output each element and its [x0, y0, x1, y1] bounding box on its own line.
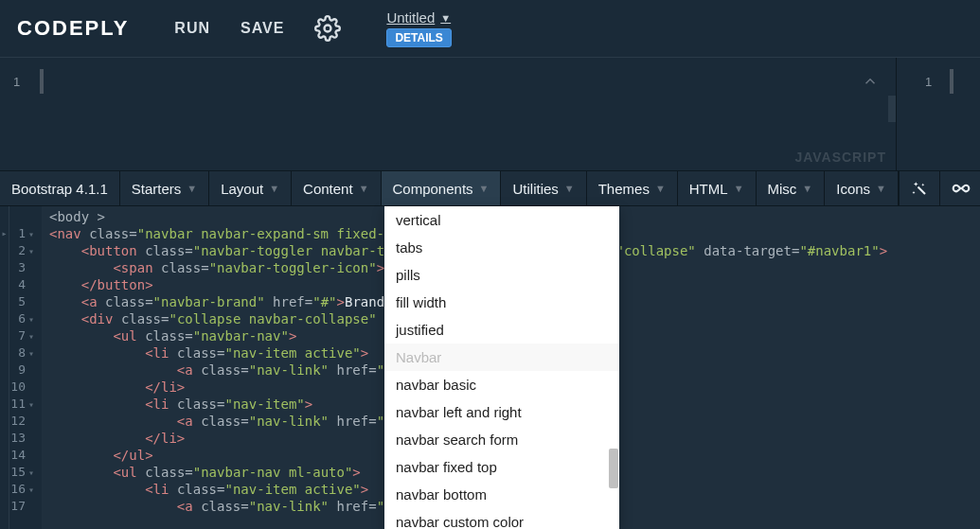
line-number: 2▾	[9, 242, 34, 259]
components-dropdown: verticaltabspillsfill widthjustifiedNavb…	[384, 206, 619, 529]
settings-button[interactable]	[314, 15, 341, 42]
toolbar-item-label: Starters	[132, 181, 182, 197]
dropdown-item[interactable]: navbar search form	[384, 426, 619, 453]
details-button[interactable]: DETAILS	[386, 28, 451, 47]
toolbar-item-label: Misc	[768, 181, 797, 197]
chevron-down-icon: ▼	[802, 183, 812, 194]
toolbar-item-components[interactable]: Components▼	[382, 171, 502, 205]
css-editor-pane[interactable]: 1 JAVASCRIPT	[0, 58, 897, 170]
line-number: 4	[9, 276, 34, 293]
toolbar-item-label: HTML	[689, 181, 728, 197]
toolbar-item-content[interactable]: Content▼	[292, 171, 381, 205]
dropdown-item[interactable]: tabs	[384, 234, 619, 261]
toolbar-item-layout[interactable]: Layout▼	[209, 171, 292, 205]
line-number: 14	[9, 447, 34, 464]
line-number: 3	[9, 259, 34, 276]
line-number: 17	[9, 498, 34, 515]
document-title-block: Untitled▼ DETAILS	[386, 9, 451, 47]
toolbar-item-label: Icons	[836, 181, 870, 197]
dropdown-item[interactable]: vertical	[384, 206, 619, 234]
chevron-down-icon: ▼	[876, 183, 886, 194]
framework-toolbar: Bootstrap 4.1.1 Starters▼Layout▼Content▼…	[0, 170, 980, 206]
dropdown-item[interactable]: navbar custom color	[384, 508, 619, 529]
toolbar-item-label: Layout	[221, 181, 263, 197]
toolbar-item-icons[interactable]: Icons▼	[825, 171, 899, 205]
dropdown-item[interactable]: justified	[384, 316, 619, 344]
framework-label: Bootstrap 4.1.1	[11, 181, 108, 197]
chevron-down-icon: ▼	[359, 183, 369, 194]
js-editor-pane[interactable]: 1	[897, 58, 980, 170]
dropdown-item[interactable]: fill width	[384, 289, 619, 316]
toolbar-item-label: Components	[393, 181, 473, 197]
line-number: 1	[13, 75, 20, 89]
document-title-text: Untitled	[386, 9, 435, 26]
chevron-down-icon: ▼	[269, 183, 279, 194]
fold-gutter: ▸	[0, 206, 9, 529]
dropdown-item[interactable]: navbar left and right	[384, 398, 619, 426]
cursor-line-indicator	[950, 69, 953, 94]
line-number: 6▾	[9, 310, 34, 327]
line-number: 15▾	[9, 464, 34, 481]
line-number: 16▾	[9, 481, 34, 498]
chevron-down-icon: ▼	[187, 183, 197, 194]
chevron-down-icon: ▼	[655, 183, 666, 194]
run-button[interactable]: RUN	[174, 20, 210, 37]
toolbar-item-label: Themes	[598, 181, 650, 197]
dropdown-item[interactable]: navbar fixed top	[384, 453, 619, 481]
line-number: 11▾	[9, 396, 34, 413]
toolbar-item-label: Content	[303, 181, 353, 197]
dropdown-item[interactable]: navbar bottom	[384, 481, 619, 508]
line-number: 5	[9, 293, 34, 310]
chevron-down-icon: ▼	[564, 183, 575, 194]
toolbar-item-utilities[interactable]: Utilities▼	[501, 171, 586, 205]
toolbar-item-html[interactable]: HTML▼	[678, 171, 757, 205]
dropdown-item[interactable]: pills	[384, 261, 619, 289]
toolbar-item-label: Utilities	[512, 181, 558, 197]
line-number: 12	[9, 413, 34, 430]
upper-editor-row: 1 JAVASCRIPT 1	[0, 57, 980, 170]
svg-point-0	[325, 26, 331, 32]
toolbar-item-themes[interactable]: Themes▼	[587, 171, 678, 205]
toolbar-item-misc[interactable]: Misc▼	[757, 171, 826, 205]
infinity-button[interactable]	[939, 171, 980, 205]
line-number: 10	[9, 379, 34, 396]
javascript-pane-label: JAVASCRIPT	[794, 150, 886, 165]
line-number: 1▾	[9, 225, 34, 242]
line-number: 8▾	[9, 344, 34, 361]
dropdown-scrollbar[interactable]	[609, 449, 618, 488]
magic-wand-button[interactable]	[899, 171, 939, 205]
scrollbar-thumb[interactable]	[888, 96, 896, 122]
line-number: 9	[9, 361, 34, 379]
chevron-down-icon: ▼	[734, 183, 744, 194]
framework-selector[interactable]: Bootstrap 4.1.1	[0, 171, 120, 205]
dropdown-item[interactable]: navbar basic	[384, 371, 619, 398]
collapse-pane-icon[interactable]	[862, 73, 879, 93]
line-number: 1	[925, 75, 932, 89]
line-number-gutter: 1▾2▾3 4 5 6▾7▾8▾9 10 11▾12 13 14 15▾16▾1…	[9, 206, 42, 529]
line-number: 13	[9, 430, 34, 447]
caret-down-icon: ▼	[440, 12, 451, 24]
cursor-line-indicator	[40, 69, 44, 94]
line-number: 7▾	[9, 327, 34, 344]
toolbar-item-starters[interactable]: Starters▼	[120, 171, 209, 205]
dropdown-header: Navbar	[384, 344, 619, 371]
logo[interactable]: CODEPLY	[17, 16, 129, 41]
document-title[interactable]: Untitled▼	[386, 9, 451, 26]
chevron-down-icon: ▼	[479, 183, 490, 194]
top-bar: CODEPLY RUN SAVE Untitled▼ DETAILS	[0, 0, 980, 57]
save-button[interactable]: SAVE	[241, 20, 284, 37]
